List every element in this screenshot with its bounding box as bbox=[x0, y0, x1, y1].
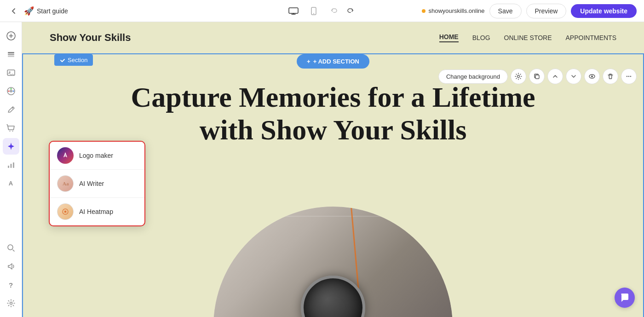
svg-point-27 bbox=[630, 76, 631, 77]
svg-rect-22 bbox=[535, 75, 539, 79]
nav-link-appointments[interactable]: APPOINTMENTS bbox=[566, 34, 616, 41]
camera-body-line bbox=[232, 216, 434, 217]
ai-writer-label: AI Writer bbox=[79, 180, 104, 187]
ai-heatmap-label: AI Heatmap bbox=[79, 208, 113, 215]
left-sidebar: A ? bbox=[0, 22, 22, 317]
ai-writer-icon: Aa bbox=[57, 175, 74, 192]
gear-icon bbox=[515, 73, 522, 80]
svg-rect-17 bbox=[10, 164, 12, 168]
svg-rect-4 bbox=[8, 52, 14, 53]
section-action-bar: Change background bbox=[438, 69, 637, 84]
mobile-device-button[interactable] bbox=[306, 4, 321, 18]
svg-rect-5 bbox=[8, 54, 14, 55]
check-icon bbox=[60, 58, 65, 63]
sidebar-item-add[interactable] bbox=[3, 28, 19, 44]
ai-popup-item-ai-writer[interactable]: Aa AI Writer bbox=[50, 170, 144, 198]
sidebar-item-help[interactable]: ? bbox=[3, 277, 19, 293]
undo-redo-group bbox=[327, 4, 358, 18]
domain-badge: showyourskills.online bbox=[422, 7, 484, 14]
trash-icon bbox=[607, 73, 614, 80]
hero-title-line1: Capture Memories for a Lifetime bbox=[131, 81, 535, 113]
save-button[interactable]: Save bbox=[489, 4, 522, 18]
svg-point-21 bbox=[518, 75, 520, 78]
change-background-button[interactable]: Change background bbox=[438, 69, 508, 84]
sidebar-item-design[interactable] bbox=[3, 83, 19, 99]
hide-icon-button[interactable] bbox=[584, 69, 600, 84]
svg-point-11 bbox=[8, 91, 9, 92]
sidebar-item-translate[interactable]: A bbox=[3, 175, 19, 191]
section-badge-label: Section bbox=[68, 57, 87, 63]
ai-popup-item-logo-maker[interactable]: Logo maker bbox=[50, 142, 144, 170]
ai-heatmap-icon bbox=[57, 203, 74, 220]
delete-icon-button[interactable] bbox=[603, 69, 618, 84]
svg-point-2 bbox=[313, 13, 314, 14]
ai-popup-item-ai-heatmap[interactable]: AI Heatmap bbox=[50, 198, 144, 225]
sidebar-item-media[interactable] bbox=[3, 64, 19, 81]
topbar-right: showyourskills.online Save Preview Updat… bbox=[363, 4, 637, 18]
camera-image: AUTO SEARS MC bbox=[213, 207, 453, 317]
svg-point-13 bbox=[10, 88, 12, 90]
canvas-area: Show Your Skills HOME BLOG ONLINE STORE … bbox=[22, 22, 644, 317]
domain-label: showyourskills.online bbox=[428, 7, 484, 14]
chevron-down-icon bbox=[570, 73, 577, 80]
ellipsis-icon bbox=[625, 73, 632, 80]
more-icon-button[interactable] bbox=[621, 69, 637, 84]
svg-point-10 bbox=[10, 90, 12, 92]
svg-point-32 bbox=[65, 211, 66, 213]
start-guide-label: Start guide bbox=[37, 7, 68, 15]
website-preview: Show Your Skills HOME BLOG ONLINE STORE … bbox=[22, 22, 644, 317]
svg-point-14 bbox=[9, 131, 10, 132]
sidebar-item-layers[interactable] bbox=[3, 46, 19, 63]
site-nav-links: HOME BLOG ONLINE STORE APPOINTMENTS bbox=[439, 33, 616, 42]
preview-button[interactable]: Preview bbox=[526, 4, 567, 18]
chevron-up-icon bbox=[552, 73, 559, 80]
logo-maker-icon bbox=[57, 147, 74, 164]
move-up-icon-button[interactable] bbox=[547, 69, 563, 84]
add-section-button[interactable]: + + ADD SECTION bbox=[297, 54, 369, 69]
chat-button[interactable] bbox=[615, 288, 635, 308]
plus-icon: + bbox=[307, 58, 310, 65]
undo-button[interactable] bbox=[327, 4, 341, 18]
hero-title: Capture Memories for a Lifetime with Sho… bbox=[131, 81, 535, 147]
sidebar-item-draw[interactable] bbox=[3, 101, 19, 118]
svg-rect-6 bbox=[8, 56, 14, 57]
sidebar-item-analytics[interactable] bbox=[3, 156, 19, 173]
back-button[interactable] bbox=[7, 5, 20, 17]
svg-rect-16 bbox=[8, 166, 9, 168]
camera-lens bbox=[301, 276, 365, 317]
svg-point-19 bbox=[8, 245, 13, 250]
nav-link-store[interactable]: ONLINE STORE bbox=[504, 34, 552, 41]
move-down-icon-button[interactable] bbox=[566, 69, 581, 84]
sidebar-item-ai[interactable] bbox=[3, 138, 19, 155]
sidebar-item-settings[interactable] bbox=[3, 295, 19, 311]
update-website-button[interactable]: Update website bbox=[571, 4, 637, 18]
redo-button[interactable] bbox=[343, 4, 358, 18]
copy-icon bbox=[533, 73, 540, 80]
duplicate-icon-button[interactable] bbox=[529, 69, 545, 84]
svg-text:Aa: Aa bbox=[63, 181, 69, 186]
nav-link-blog[interactable]: BLOG bbox=[472, 34, 490, 41]
svg-point-15 bbox=[12, 131, 13, 132]
chat-icon bbox=[620, 293, 630, 303]
sidebar-item-marketing[interactable] bbox=[3, 258, 19, 275]
sidebar-item-store[interactable] bbox=[3, 120, 19, 136]
svg-point-8 bbox=[9, 71, 11, 73]
svg-point-25 bbox=[627, 76, 627, 77]
domain-status-dot bbox=[422, 9, 426, 13]
sidebar-item-search[interactable] bbox=[3, 240, 19, 256]
svg-point-12 bbox=[12, 91, 14, 92]
main-layout: A ? Show Your Skills HOME BLOG ONLINE ST… bbox=[0, 22, 644, 317]
section-border-left bbox=[22, 53, 23, 317]
section-badge[interactable]: Section bbox=[54, 54, 93, 66]
hero-title-line2: with Show Your Skills bbox=[200, 114, 467, 145]
desktop-device-button[interactable] bbox=[286, 4, 301, 18]
rocket-icon: 🚀 bbox=[24, 6, 34, 16]
site-nav: Show Your Skills HOME BLOG ONLINE STORE … bbox=[22, 22, 644, 53]
nav-link-home[interactable]: HOME bbox=[439, 33, 459, 42]
ai-tools-popup: Logo maker Aa AI Writer AI Heatmap bbox=[49, 141, 145, 226]
settings-icon-button[interactable] bbox=[511, 69, 526, 84]
logo-maker-label: Logo maker bbox=[79, 152, 113, 159]
start-guide[interactable]: 🚀 Start guide bbox=[24, 6, 68, 16]
svg-rect-0 bbox=[289, 8, 298, 13]
eye-icon bbox=[588, 73, 596, 80]
